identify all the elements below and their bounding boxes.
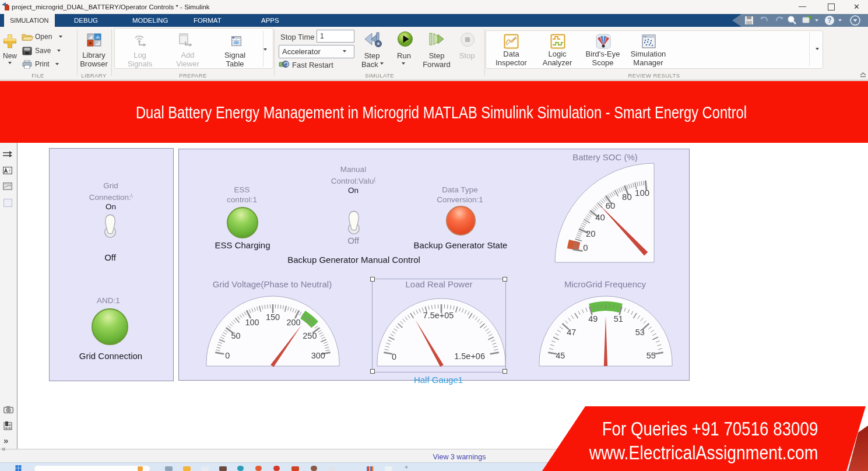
svg-text:200: 200 [286, 318, 300, 327]
svg-text:250: 250 [303, 331, 317, 340]
svg-text:80: 80 [622, 192, 632, 202]
svg-text:40: 40 [595, 212, 605, 222]
svg-text:53: 53 [635, 328, 645, 337]
svg-text:60: 60 [606, 201, 616, 210]
svg-text:0: 0 [392, 352, 396, 361]
svg-text:20: 20 [586, 229, 596, 238]
svg-text:0: 0 [225, 351, 230, 360]
svg-text:100: 100 [245, 318, 259, 327]
svg-text:50: 50 [231, 331, 241, 340]
svg-text:7.5e+05: 7.5e+05 [423, 311, 454, 320]
svg-text:51: 51 [614, 314, 623, 324]
svg-text:150: 150 [266, 312, 280, 322]
svg-text:47: 47 [567, 328, 576, 337]
svg-text:45: 45 [556, 351, 565, 360]
svg-text:55: 55 [646, 351, 656, 360]
svg-text:1.5e+06: 1.5e+06 [454, 352, 485, 361]
svg-text:49: 49 [588, 314, 598, 324]
svg-text:100: 100 [635, 188, 649, 198]
svg-text:300: 300 [311, 351, 325, 360]
svg-text:0: 0 [583, 242, 588, 252]
svg-text:?: ? [827, 16, 831, 24]
